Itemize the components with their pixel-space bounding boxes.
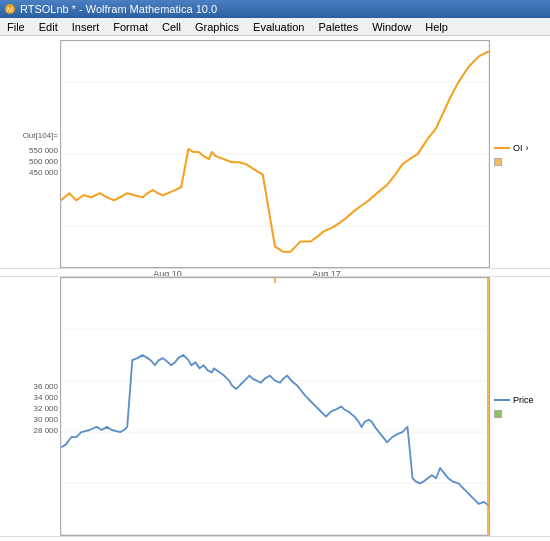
chart2-row: 36 000 34 000 32 000 30 000 28 000 [0,276,550,537]
menu-item-file[interactable]: File [4,21,28,33]
svg-text:M: M [7,6,13,13]
chart2-svg [61,278,489,535]
chart1-legend-box [494,158,502,166]
menu-item-format[interactable]: Format [110,21,151,33]
chart2-y-axis: 36 000 34 000 32 000 30 000 28 000 [0,277,60,536]
chart1-x-axis: Aug 10 Aug 17 [60,269,490,276]
chart1-y-label-3: 450 000 [29,168,58,177]
title-bar: M RTSOLnb * - Wolfram Mathematica 10.0 [0,0,550,18]
svg-rect-10 [61,278,489,535]
menu-item-palettes[interactable]: Palettes [315,21,361,33]
chart1-legend-line [494,147,510,149]
chart2-y-label-1: 36 000 [34,382,58,391]
chart1-row: Out[104]= 550 000 500 000 450 000 OI › [0,40,550,269]
menu-item-help[interactable]: Help [422,21,451,33]
chart2-y-label-4: 30 000 [34,415,58,424]
out-label: Out[104]= [23,131,58,140]
chart1-svg [61,41,489,267]
chart2-legend-box [494,410,502,418]
menu-item-graphics[interactable]: Graphics [192,21,242,33]
chart1-area [60,40,490,268]
menu-item-evaluation[interactable]: Evaluation [250,21,307,33]
app-icon: M [4,3,16,15]
chart2-area [60,277,490,536]
menu-bar: FileEditInsertFormatCellGraphicsEvaluati… [0,18,550,36]
chart1-legend-arrow: › [526,143,529,153]
chart1-legend: OI › [490,40,550,268]
chart1-y-axis: Out[104]= 550 000 500 000 450 000 [0,40,60,268]
menu-item-cell[interactable]: Cell [159,21,184,33]
chart2-legend: Price [490,277,550,536]
chart2-y-label-3: 32 000 [34,404,58,413]
chart2-legend-line [494,399,510,401]
chart2-y-label-5: 28 000 [34,426,58,435]
chart1-y-label-1: 550 000 [29,146,58,155]
chart1-legend-item: OI › [494,143,529,153]
chart1-legend-label: OI [513,143,523,153]
content-area: Out[104]= 550 000 500 000 450 000 OI › [0,36,550,541]
menu-item-insert[interactable]: Insert [69,21,103,33]
chart1-y-label-2: 500 000 [29,157,58,166]
menu-item-edit[interactable]: Edit [36,21,61,33]
menu-item-window[interactable]: Window [369,21,414,33]
chart2-legend-label: Price [513,395,534,405]
chart2-legend-item: Price [494,395,534,405]
window-title: RTSOLnb * - Wolfram Mathematica 10.0 [20,3,217,15]
chart2-y-label-2: 34 000 [34,393,58,402]
